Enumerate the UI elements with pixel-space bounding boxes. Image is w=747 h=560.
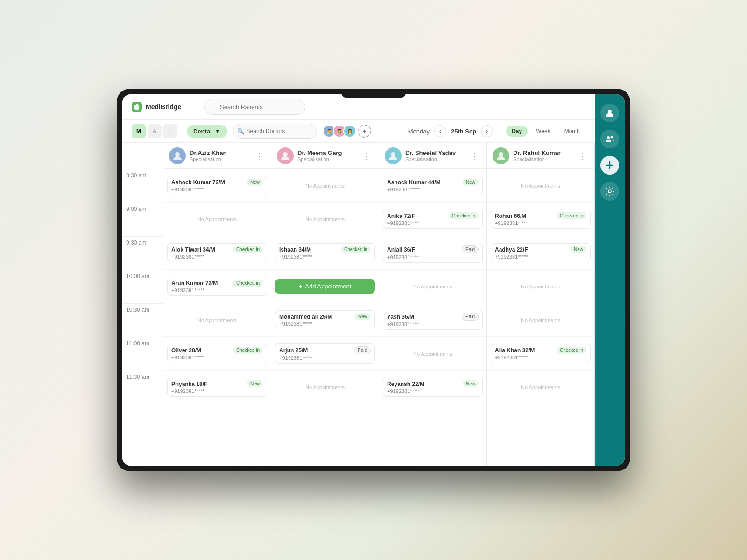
appt-card-3-1[interactable]: Rohan 66/M Checked in +9192381***** — [491, 210, 591, 229]
doctor-menu-1[interactable]: ⋮ — [361, 151, 373, 161]
time-1130: 11:30 am — [122, 371, 163, 404]
doctor-menu-0[interactable]: ⋮ — [253, 151, 265, 161]
appt-slot-0-1: No Appointments — [163, 203, 271, 236]
appt-card-1-2[interactable]: Ishaan 34/M Checked in +9192381***** — [275, 243, 375, 262]
appt-card-1-5[interactable]: Arjun 25/M Paid +9192381***** — [275, 343, 375, 364]
logo-icon — [132, 102, 142, 112]
time-filter-e[interactable]: E — [163, 124, 177, 138]
settings-icon-button[interactable] — [600, 182, 619, 201]
svg-point-2 — [175, 152, 180, 157]
doctor-spec-1: Specialisation — [297, 156, 357, 162]
status-badge-2-1: Checked in — [449, 212, 479, 219]
add-appt-label: Add Appointment — [305, 283, 351, 290]
status-badge-0-3: Checked in — [233, 280, 263, 287]
status-badge-2-6: New — [463, 380, 479, 387]
patient-phone-2-1: +9192381***** — [387, 220, 479, 226]
status-badge-3-5: Checked in — [557, 347, 586, 354]
status-badge-0-5: Checked in — [233, 347, 263, 354]
status-badge-0-6: New — [247, 380, 263, 387]
svg-rect-1 — [136, 104, 138, 106]
users-icon-button[interactable] — [600, 130, 619, 148]
status-badge-1-2: Checked in — [341, 246, 371, 253]
patient-phone-1-4: +9192381***** — [279, 321, 371, 327]
doctor-avatar-0 — [169, 147, 186, 164]
patient-phone-0-5: +9192381***** — [171, 355, 263, 360]
patient-phone-1-5: +9192381***** — [279, 355, 371, 361]
doctor-header-0: Dr.Aziz Khan Specialisation ⋮ — [163, 143, 271, 169]
next-date-button[interactable]: › — [481, 125, 493, 137]
patient-name-2-2: Anjali 36/F — [387, 246, 415, 253]
appt-card-0-0[interactable]: Ashock Kumar 72/M New +9192381***** — [167, 176, 267, 195]
appt-card-0-6[interactable]: Priyanka 18/F New +9192381***** — [167, 378, 267, 397]
doctor-info-1: Dr. Meena Garg Specialisation — [297, 149, 357, 162]
doctor-spec-2: Specialisation — [405, 156, 465, 162]
time-900: 9:00 am — [122, 203, 163, 236]
patient-name-2-0: Ashock Kumar 44/M — [387, 179, 441, 186]
patient-phone-2-6: +9192381***** — [387, 388, 479, 394]
doctor-search-input[interactable] — [233, 124, 317, 139]
specialty-button[interactable]: Dental ▼ — [187, 125, 227, 138]
add-appointment-button[interactable]: + Add Appointment — [275, 279, 375, 294]
no-appt-3-0: No Appointments — [491, 183, 591, 189]
appt-card-2-1[interactable]: Anika 72/F Checked in +9192381***** — [383, 210, 483, 229]
doctor-spec-3: Specialisation — [513, 156, 573, 162]
appt-slot-1-6: No Appointments — [271, 371, 379, 404]
patient-phone-0-6: +9192381***** — [171, 388, 263, 394]
appt-card-0-5[interactable]: Oliver 28/M Checked in +9192381***** — [167, 344, 267, 363]
doctor-avatar-2 — [385, 147, 402, 164]
time-830: 8:30 am — [122, 169, 163, 203]
svg-point-4 — [391, 152, 395, 157]
appt-slot-1-5: Arjun 25/M Paid +9192381***** — [271, 337, 379, 371]
week-view-button[interactable]: Week — [530, 126, 556, 137]
main-content: MediBridge 🔍 M A E Dental ▼ — [122, 94, 595, 466]
month-view-button[interactable]: Month — [559, 126, 585, 137]
doctor-col-3: Dr. Rahul Kumar Specialisation ⋮ No Appo… — [487, 143, 595, 466]
patient-name-0-5: Oliver 28/M — [171, 347, 201, 354]
appt-card-2-4[interactable]: Yash 36/M Paid +9192381***** — [383, 310, 483, 330]
appt-card-2-6[interactable]: Reyansh 22/M New +9192381***** — [383, 378, 483, 397]
prev-date-button[interactable]: ‹ — [434, 125, 446, 137]
svg-point-6 — [608, 110, 612, 113]
appt-card-0-3[interactable]: Arun Kumar 72/M Checked in +9192381***** — [167, 277, 267, 296]
appt-card-2-2[interactable]: Anjali 36/F Paid +9192381***** — [383, 243, 483, 263]
patient-phone-3-2: +9192381***** — [495, 254, 586, 259]
doctor-menu-3[interactable]: ⋮ — [577, 151, 589, 161]
avatar-3[interactable]: 👩‍⚕️ — [343, 125, 356, 138]
appt-slot-3-3: No Appointments — [487, 270, 594, 303]
patient-search-input[interactable] — [204, 99, 305, 115]
day-label: Monday — [408, 128, 430, 135]
doctor-menu-2[interactable]: ⋮ — [469, 151, 481, 161]
time-filter-a[interactable]: A — [148, 124, 162, 138]
appt-slot-0-3: Arun Kumar 72/M Checked in +9192381***** — [163, 270, 271, 303]
patient-name-3-5: Alia Khan 32/M — [495, 347, 535, 354]
appt-card-0-2[interactable]: Alok Tiwari 34/M Checked in +9192381****… — [167, 243, 267, 262]
doctor-name-1: Dr. Meena Garg — [297, 149, 357, 156]
appt-card-3-2[interactable]: Aadhya 22/F New +9192381***** — [491, 243, 591, 262]
doctor-search-icon: 🔍 — [237, 128, 244, 134]
day-view-button[interactable]: Day — [506, 126, 528, 137]
no-appt-3-4: No Appointments — [491, 317, 591, 323]
time-1100: 11:00 am — [122, 337, 163, 371]
profile-icon-button[interactable] — [600, 104, 619, 122]
appt-card-1-4[interactable]: Mohammed ali 25/M New +9192381***** — [275, 310, 375, 329]
schedule-grid: 8:30 am 9:00 am 9:30 am 10:00 am 10:30 a… — [122, 143, 595, 466]
appt-card-2-0[interactable]: Ashock Kumar 44/M New +9192381***** — [383, 176, 483, 195]
time-filter-m[interactable]: M — [132, 124, 146, 138]
screen: MediBridge 🔍 M A E Dental ▼ — [122, 94, 625, 466]
appt-slot-2-4: Yash 36/M Paid +9192381***** — [379, 303, 486, 337]
appt-card-3-5[interactable]: Alia Khan 32/M Checked in +9192381***** — [491, 344, 591, 363]
appt-slot-0-5: Oliver 28/M Checked in +9192381***** — [163, 337, 271, 371]
add-icon-button[interactable] — [600, 156, 619, 175]
appt-slot-1-4: Mohammed ali 25/M New +9192381***** — [271, 303, 379, 337]
add-doctor-button[interactable]: + — [358, 125, 371, 138]
patient-name-0-6: Priyanka 18/F — [171, 381, 207, 387]
svg-point-5 — [499, 152, 503, 157]
status-badge-0-0: New — [247, 179, 263, 186]
patient-name-3-1: Rohan 66/M — [495, 213, 526, 219]
patient-phone-0-2: +9192381***** — [171, 254, 263, 259]
time-1000: 10:00 am — [122, 270, 163, 303]
appt-slot-1-2: Ishaan 34/M Checked in +9192381***** — [271, 236, 379, 270]
view-buttons: Day Week Month — [506, 126, 585, 137]
doctor-col-1: Dr. Meena Garg Specialisation ⋮ No Appoi… — [271, 143, 379, 466]
second-header: M A E Dental ▼ 🔍 👨‍⚕️ 👩‍⚕️ 👩‍⚕️ + — [122, 120, 595, 143]
